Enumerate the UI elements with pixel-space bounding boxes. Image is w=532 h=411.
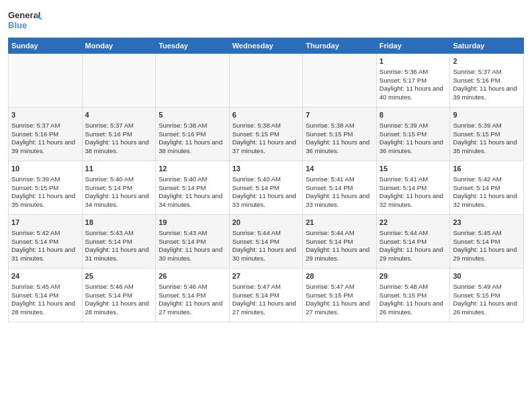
day-number: 12 bbox=[159, 164, 226, 174]
day-info: Sunset: 5:14 PM bbox=[159, 184, 226, 193]
day-cell: 6Sunrise: 5:38 AMSunset: 5:15 PMDaylight… bbox=[229, 107, 303, 161]
day-cell bbox=[303, 54, 377, 107]
day-info: Sunset: 5:14 PM bbox=[11, 238, 79, 246]
svg-text:Blue: Blue bbox=[8, 20, 27, 30]
day-cell: 19Sunrise: 5:43 AMSunset: 5:14 PMDayligh… bbox=[156, 215, 230, 269]
day-number: 18 bbox=[85, 218, 153, 228]
day-info: Daylight: 11 hours and 39 minutes. bbox=[453, 85, 521, 102]
day-header-tuesday: Tuesday bbox=[156, 38, 230, 54]
day-info: Sunrise: 5:40 AM bbox=[85, 175, 153, 184]
day-number: 10 bbox=[11, 164, 79, 174]
day-number: 22 bbox=[380, 218, 447, 228]
day-cell: 26Sunrise: 5:46 AMSunset: 5:14 PMDayligh… bbox=[156, 269, 230, 322]
day-number: 16 bbox=[453, 164, 521, 174]
day-number: 21 bbox=[306, 218, 373, 228]
day-info: Sunrise: 5:46 AM bbox=[159, 283, 226, 291]
day-info: Sunset: 5:14 PM bbox=[380, 238, 447, 246]
day-header-friday: Friday bbox=[376, 38, 450, 54]
day-info: Sunset: 5:15 PM bbox=[306, 291, 373, 300]
week-row-4: 17Sunrise: 5:42 AMSunset: 5:14 PMDayligh… bbox=[9, 215, 524, 269]
day-number: 9 bbox=[453, 110, 521, 120]
day-info: Daylight: 11 hours and 29 minutes. bbox=[380, 246, 447, 263]
day-cell: 29Sunrise: 5:48 AMSunset: 5:15 PMDayligh… bbox=[376, 269, 450, 322]
day-info: Sunset: 5:14 PM bbox=[453, 184, 521, 193]
day-cell: 10Sunrise: 5:39 AMSunset: 5:15 PMDayligh… bbox=[9, 161, 83, 215]
day-info: Sunrise: 5:42 AM bbox=[453, 175, 521, 184]
day-info: Sunrise: 5:38 AM bbox=[159, 122, 226, 130]
day-number: 15 bbox=[380, 164, 447, 174]
day-info: Sunset: 5:15 PM bbox=[380, 291, 447, 300]
day-info: Daylight: 11 hours and 29 minutes. bbox=[453, 246, 521, 263]
day-info: Daylight: 11 hours and 32 minutes. bbox=[453, 192, 521, 210]
day-info: Sunrise: 5:39 AM bbox=[453, 122, 521, 130]
day-info: Sunset: 5:15 PM bbox=[232, 130, 300, 139]
day-number: 4 bbox=[85, 110, 153, 120]
calendar-table: SundayMondayTuesdayWednesdayThursdayFrid… bbox=[8, 38, 524, 322]
day-info: Sunset: 5:14 PM bbox=[85, 238, 153, 246]
day-number: 24 bbox=[11, 271, 79, 281]
week-row-2: 3Sunrise: 5:37 AMSunset: 5:16 PMDaylight… bbox=[9, 107, 524, 161]
day-info: Daylight: 11 hours and 36 minutes. bbox=[306, 138, 373, 156]
day-info: Sunset: 5:16 PM bbox=[453, 77, 521, 85]
day-info: Sunrise: 5:41 AM bbox=[380, 175, 447, 184]
day-info: Daylight: 11 hours and 27 minutes. bbox=[232, 300, 300, 317]
day-info: Daylight: 11 hours and 39 minutes. bbox=[11, 138, 79, 156]
day-info: Sunset: 5:16 PM bbox=[11, 130, 79, 139]
day-info: Daylight: 11 hours and 27 minutes. bbox=[306, 300, 373, 317]
day-info: Daylight: 11 hours and 26 minutes. bbox=[380, 300, 447, 317]
day-number: 20 bbox=[232, 218, 300, 228]
svg-text:General: General bbox=[8, 10, 40, 20]
day-info: Sunset: 5:15 PM bbox=[453, 130, 521, 139]
day-info: Sunrise: 5:41 AM bbox=[306, 175, 373, 184]
week-row-5: 24Sunrise: 5:45 AMSunset: 5:14 PMDayligh… bbox=[9, 269, 524, 322]
day-number: 13 bbox=[232, 164, 300, 174]
day-cell: 15Sunrise: 5:41 AMSunset: 5:14 PMDayligh… bbox=[376, 161, 450, 215]
day-info: Daylight: 11 hours and 28 minutes. bbox=[85, 300, 153, 317]
day-info: Daylight: 11 hours and 29 minutes. bbox=[306, 246, 373, 263]
day-cell: 21Sunrise: 5:44 AMSunset: 5:14 PMDayligh… bbox=[303, 215, 377, 269]
day-info: Sunrise: 5:40 AM bbox=[159, 175, 226, 184]
day-cell bbox=[229, 54, 303, 107]
day-number: 23 bbox=[453, 218, 521, 228]
day-number: 2 bbox=[453, 56, 521, 66]
day-info: Sunset: 5:15 PM bbox=[306, 130, 373, 139]
day-info: Sunset: 5:15 PM bbox=[380, 130, 447, 139]
day-cell: 2Sunrise: 5:37 AMSunset: 5:16 PMDaylight… bbox=[450, 54, 524, 107]
day-info: Daylight: 11 hours and 26 minutes. bbox=[453, 300, 521, 317]
day-info: Sunrise: 5:44 AM bbox=[306, 229, 373, 238]
day-info: Sunset: 5:14 PM bbox=[453, 238, 521, 246]
day-info: Sunrise: 5:47 AM bbox=[232, 283, 300, 291]
day-cell bbox=[82, 54, 156, 107]
day-info: Sunrise: 5:39 AM bbox=[380, 122, 447, 130]
day-info: Sunset: 5:15 PM bbox=[11, 184, 79, 193]
day-info: Daylight: 11 hours and 33 minutes. bbox=[232, 192, 300, 210]
header-row: SundayMondayTuesdayWednesdayThursdayFrid… bbox=[9, 38, 524, 54]
day-info: Sunset: 5:17 PM bbox=[380, 77, 447, 85]
day-cell: 17Sunrise: 5:42 AMSunset: 5:14 PMDayligh… bbox=[9, 215, 83, 269]
day-info: Sunset: 5:14 PM bbox=[159, 291, 226, 300]
day-number: 30 bbox=[453, 271, 521, 281]
day-info: Sunset: 5:14 PM bbox=[85, 291, 153, 300]
day-cell: 23Sunrise: 5:45 AMSunset: 5:14 PMDayligh… bbox=[450, 215, 524, 269]
day-info: Daylight: 11 hours and 31 minutes. bbox=[85, 246, 153, 263]
day-info: Sunset: 5:14 PM bbox=[380, 184, 447, 193]
day-info: Daylight: 11 hours and 32 minutes. bbox=[380, 192, 447, 210]
day-info: Sunrise: 5:42 AM bbox=[11, 229, 79, 238]
day-info: Daylight: 11 hours and 34 minutes. bbox=[85, 192, 153, 210]
day-info: Daylight: 11 hours and 28 minutes. bbox=[11, 300, 79, 317]
day-cell: 8Sunrise: 5:39 AMSunset: 5:15 PMDaylight… bbox=[376, 107, 450, 161]
day-number: 5 bbox=[159, 110, 226, 120]
day-cell: 1Sunrise: 5:36 AMSunset: 5:17 PMDaylight… bbox=[376, 54, 450, 107]
day-info: Sunrise: 5:43 AM bbox=[85, 229, 153, 238]
day-info: Daylight: 11 hours and 35 minutes. bbox=[453, 138, 521, 156]
day-info: Daylight: 11 hours and 36 minutes. bbox=[380, 138, 447, 156]
day-cell bbox=[156, 54, 230, 107]
day-number: 19 bbox=[159, 218, 226, 228]
day-cell: 5Sunrise: 5:38 AMSunset: 5:16 PMDaylight… bbox=[156, 107, 230, 161]
day-info: Daylight: 11 hours and 27 minutes. bbox=[159, 300, 226, 317]
day-info: Sunrise: 5:37 AM bbox=[11, 122, 79, 130]
day-cell: 12Sunrise: 5:40 AMSunset: 5:14 PMDayligh… bbox=[156, 161, 230, 215]
day-header-wednesday: Wednesday bbox=[229, 38, 303, 54]
day-cell: 14Sunrise: 5:41 AMSunset: 5:14 PMDayligh… bbox=[303, 161, 377, 215]
day-number: 7 bbox=[306, 110, 373, 120]
